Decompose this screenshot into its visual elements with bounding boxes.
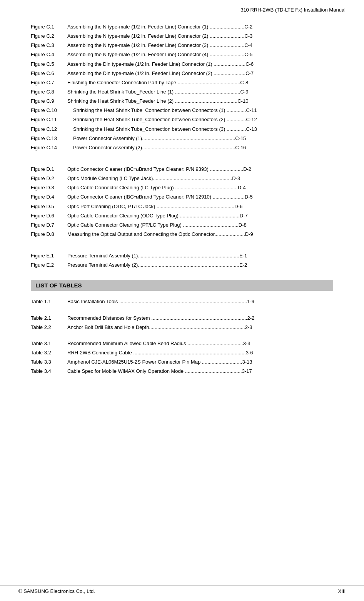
- fig-label: Figure C.1: [31, 23, 67, 31]
- list-item: Figure D.7 Optic Cable Connector Cleanin…: [31, 221, 333, 229]
- fig-label: Figure C.8: [31, 88, 67, 96]
- list-item: Figure C.13 Power Connector Assembly (1)…: [31, 135, 333, 142]
- fig-desc: Optic Connector Cleaner (IBCTM Brand Typ…: [67, 193, 333, 201]
- list-item: Figure C.11 Shrinking the Heat Shrink Tu…: [31, 116, 333, 124]
- table-desc: Recommended Minimum Allowed Cable Bend R…: [67, 340, 333, 347]
- main-content: Figure C.1 Assembling the N type-male (1…: [0, 16, 364, 409]
- fig-desc: Shrinking the Heat Shrink Tube_Feeder Li…: [67, 88, 333, 96]
- fig-label: Figure D.5: [31, 203, 67, 210]
- table-label: Table 2.1: [31, 314, 67, 322]
- list-item: Table 3.4 Cable Spec for Mobile WiMAX On…: [31, 367, 333, 375]
- fig-desc: Power Connector Assembly (1)............…: [73, 135, 333, 142]
- list-item: Figure C.3 Assembling the N type-male (1…: [31, 42, 333, 49]
- fig-desc: Optic Connector Cleaner (IBCTM Brand Typ…: [67, 165, 333, 173]
- footer-copyright: © SAMSUNG Electronics Co., Ltd.: [18, 588, 95, 594]
- list-item: Figure C.7 Finishing the Connector Conne…: [31, 79, 333, 87]
- list-item: Figure D.2 Optic Module Cleaning (LC Typ…: [31, 175, 333, 182]
- table-desc: Anchor Bolt Drill Bits and Hole Depth...…: [67, 324, 333, 331]
- fig-label: Figure D.4: [31, 193, 67, 201]
- fig-desc: Assembling the N type-male (1/2 in. Feed…: [67, 23, 333, 31]
- fig-label: Figure C.9: [31, 97, 67, 105]
- fig-desc: Finishing the Connector Connection Part …: [67, 79, 333, 87]
- figure-c-section: Figure C.1 Assembling the N type-male (1…: [31, 23, 333, 152]
- list-item: Table 3.3 Amphenol CJE-AL06M25U15-2S Pow…: [31, 358, 333, 366]
- list-of-tables-header: LIST OF TABLES: [31, 280, 333, 291]
- fig-desc: Power Connector Assembly (2)............…: [73, 144, 333, 152]
- fig-label: Figure E.2: [31, 261, 67, 269]
- list-item: Figure C.6 Assembling the Din type-male …: [31, 70, 333, 77]
- fig-label: Figure C.4: [31, 51, 67, 58]
- header-title: 310 RRH-2WB (TD-LTE Fx) Installation Man…: [240, 7, 346, 13]
- list-item: Table 2.2 Anchor Bolt Drill Bits and Hol…: [31, 324, 333, 331]
- fig-label: Figure C.13: [31, 135, 73, 142]
- fig-desc: Shrinking the Heat Shrink Tube_Connectio…: [73, 116, 333, 124]
- fig-desc: Optic Port Cleaning (ODC, PT/LC Jack) ..…: [67, 203, 333, 210]
- table-desc: Basic Installation Tools ...............…: [67, 298, 333, 306]
- table-desc: RRH-2WB Connecting Cable ...............…: [67, 349, 333, 357]
- fig-desc: Assembling the N type-male (1/2 in. Feed…: [67, 32, 333, 40]
- fig-desc: Optic Cable Connector Cleaning (PT/LC Ty…: [67, 221, 333, 229]
- fig-desc: Shrinking the Heat Shrink Tube_Connectio…: [73, 125, 333, 133]
- fig-label: Figure D.8: [31, 230, 67, 238]
- table-label: Table 3.2: [31, 349, 67, 357]
- table-label: Table 3.1: [31, 340, 67, 347]
- fig-desc: Assembling the Din type-male (1/2 in. Fe…: [67, 60, 333, 68]
- table-desc: Recommended Distances for System .......…: [67, 314, 333, 322]
- list-of-tables-title: LIST OF TABLES: [35, 282, 82, 289]
- tables-section: Table 1.1 Basic Installation Tools .....…: [31, 298, 333, 375]
- fig-label: Figure C.6: [31, 70, 67, 77]
- figure-d-section: Figure D.1 Optic Connector Cleaner (IBCT…: [31, 165, 333, 238]
- fig-label: Figure E.1: [31, 252, 67, 260]
- list-item: Figure D.5 Optic Port Cleaning (ODC, PT/…: [31, 203, 333, 210]
- list-item: Figure E.1 Pressure Terminal Assembly (1…: [31, 252, 333, 260]
- fig-label: Figure C.12: [31, 125, 73, 133]
- fig-label: Figure C.3: [31, 42, 67, 49]
- list-item: Figure D.3 Optic Cable Connector Cleanin…: [31, 184, 333, 192]
- list-item: Figure E.2 Pressure Terminal Assembly (2…: [31, 261, 333, 269]
- fig-label: Figure C.5: [31, 60, 67, 68]
- fig-desc: Pressure Terminal Assembly (1)..........…: [67, 252, 333, 260]
- list-item: Figure D.8 Measuring the Optical Output …: [31, 230, 333, 238]
- fig-label: Figure D.2: [31, 175, 67, 182]
- fig-desc: Optic Cable Connector Cleaning (ODC Type…: [67, 212, 333, 220]
- fig-label: Figure D.7: [31, 221, 67, 229]
- list-item: Figure C.2 Assembling the N type-male (1…: [31, 32, 333, 40]
- table-label: Table 3.4: [31, 367, 67, 375]
- fig-desc: Measuring the Optical Output and Connect…: [67, 230, 333, 238]
- footer-page: XIII: [338, 588, 346, 594]
- list-item: Table 3.1 Recommended Minimum Allowed Ca…: [31, 340, 333, 347]
- list-item: Figure C.10 Shrinking the Heat Shrink Tu…: [31, 107, 333, 114]
- fig-label: Figure C.2: [31, 32, 67, 40]
- list-item: Table 3.2 RRH-2WB Connecting Cable .....…: [31, 349, 333, 357]
- table-label: Table 2.2: [31, 324, 67, 331]
- list-item: Table 1.1 Basic Installation Tools .....…: [31, 298, 333, 306]
- fig-label: Figure C.11: [31, 116, 73, 124]
- list-item: Figure D.6 Optic Cable Connector Cleanin…: [31, 212, 333, 220]
- list-item: Figure D.1 Optic Connector Cleaner (IBCT…: [31, 165, 333, 173]
- list-item: Figure C.9 Shrinking the Heat Shrink Tub…: [31, 97, 333, 105]
- list-item: Figure C.4 Assembling the N type-male (1…: [31, 51, 333, 58]
- table-desc: Amphenol CJE-AL06M25U15-2S Power Connect…: [67, 358, 333, 366]
- list-item: Figure C.8 Shrinking the Heat Shrink Tub…: [31, 88, 333, 96]
- list-item: Figure C.12 Shrinking the Heat Shrink Tu…: [31, 125, 333, 133]
- fig-desc: Optic Cable Connector Cleaning (LC Type …: [67, 184, 333, 192]
- page-header: 310 RRH-2WB (TD-LTE Fx) Installation Man…: [0, 0, 364, 16]
- list-item: Figure D.4 Optic Connector Cleaner (IBCT…: [31, 193, 333, 201]
- list-item: Figure C.1 Assembling the N type-male (1…: [31, 23, 333, 31]
- fig-label: Figure C.10: [31, 107, 73, 114]
- fig-desc: Assembling the N type-male (1/2 in. Feed…: [67, 42, 333, 49]
- fig-desc: Optic Module Cleaning (LC Type Jack)....…: [67, 175, 333, 182]
- list-item: Table 2.1 Recommended Distances for Syst…: [31, 314, 333, 322]
- fig-label: Figure D.6: [31, 212, 67, 220]
- fig-desc: Pressure Terminal Assembly (2)..........…: [67, 261, 333, 269]
- fig-label: Figure D.1: [31, 165, 67, 173]
- fig-desc: Assembling the N type-male (1/2 in. Feed…: [67, 51, 333, 58]
- table-desc: Cable Spec for Mobile WiMAX Only Operati…: [67, 367, 333, 375]
- fig-desc: Assembling the Din type-male (1/2 in. Fe…: [67, 70, 333, 77]
- fig-label: Figure D.3: [31, 184, 67, 192]
- list-item: Figure C.14 Power Connector Assembly (2)…: [31, 144, 333, 152]
- figure-e-section: Figure E.1 Pressure Terminal Assembly (1…: [31, 252, 333, 269]
- fig-desc: Shrinking the Heat Shrink Tube_Connectio…: [73, 107, 333, 114]
- list-item: Figure C.5 Assembling the Din type-male …: [31, 60, 333, 68]
- fig-label: Figure C.14: [31, 144, 73, 152]
